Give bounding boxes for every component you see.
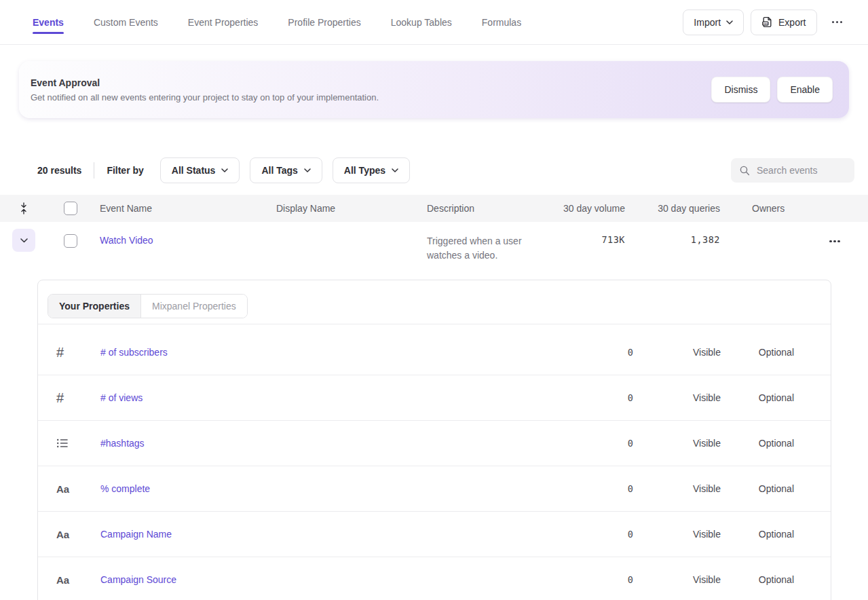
- queries-cell: 1,382: [625, 222, 720, 245]
- property-name-link[interactable]: # of subscribers: [100, 347, 168, 358]
- description-cell: Triggered when a user watches a video.: [420, 222, 550, 263]
- table-row: Watch Video Triggered when a user watche…: [0, 222, 868, 273]
- column-owners: Owners: [720, 203, 801, 214]
- tags-filter-dropdown[interactable]: All Tags: [250, 157, 322, 183]
- properties-tab-control: Your Properties Mixpanel Properties: [48, 294, 248, 318]
- property-requirement: Optional: [721, 392, 794, 403]
- property-name-link[interactable]: # of views: [100, 392, 143, 403]
- column-event-name: Event Name: [93, 203, 269, 214]
- search-input[interactable]: [757, 165, 845, 176]
- status-filter-dropdown[interactable]: All Status: [160, 157, 240, 183]
- lexicon-page: Events Custom Events Event Properties Pr…: [0, 0, 868, 600]
- import-label: Import: [694, 17, 721, 28]
- properties-list: # # of subscribers 0 Visible Optional # …: [38, 324, 831, 600]
- property-name-link[interactable]: #hashtags: [100, 438, 145, 449]
- tags-filter-label: All Tags: [261, 165, 297, 176]
- tab-events[interactable]: Events: [33, 0, 64, 44]
- event-approval-banner: Event Approval Get notified on all new e…: [19, 61, 849, 118]
- nav-actions: Import csv Export: [683, 10, 850, 35]
- status-filter-label: All Status: [172, 165, 216, 176]
- svg-text:csv: csv: [763, 22, 768, 25]
- property-row: Aa % complete 0 Visible Optional: [38, 466, 831, 512]
- property-visibility: Visible: [633, 438, 721, 449]
- tab-mixpanel-properties[interactable]: Mixpanel Properties: [141, 295, 247, 318]
- number-type-icon: #: [56, 345, 64, 360]
- property-name-link[interactable]: % complete: [100, 483, 150, 494]
- tab-lookup-tables[interactable]: Lookup Tables: [391, 0, 452, 44]
- types-filter-dropdown[interactable]: All Types: [333, 157, 410, 183]
- column-30-day-volume: 30 day volume: [550, 203, 625, 214]
- filter-bar: 20 results Filter by All Status All Tags…: [0, 157, 868, 183]
- property-visibility: Visible: [633, 574, 721, 585]
- list-type-icon: [56, 438, 69, 449]
- search-box: [731, 158, 854, 183]
- filter-by-label: Filter by: [107, 165, 143, 176]
- tab-event-properties[interactable]: Event Properties: [188, 0, 259, 44]
- property-name-link[interactable]: Campaign Name: [100, 529, 172, 540]
- property-name-link[interactable]: Campaign Source: [100, 574, 176, 585]
- owners-cell: [720, 222, 801, 234]
- event-name-link[interactable]: Watch Video: [100, 235, 153, 246]
- search-icon: [739, 165, 751, 176]
- property-value: 0: [565, 483, 633, 494]
- chevron-down-icon: [392, 168, 398, 172]
- property-requirement: Optional: [721, 347, 794, 358]
- banner-description: Get notified on all new events entering …: [31, 92, 379, 102]
- column-display-name: Display Name: [269, 203, 420, 214]
- property-row: Aa Campaign Source 0 Visible Optional: [38, 557, 831, 600]
- banner-actions: Dismiss Enable: [711, 77, 833, 102]
- property-value: 0: [565, 574, 633, 585]
- chevron-down-icon: [304, 168, 311, 172]
- csv-file-icon: csv: [761, 16, 773, 28]
- property-value: 0: [565, 392, 633, 403]
- property-row: #hashtags 0 Visible Optional: [38, 421, 831, 466]
- text-type-icon: Aa: [56, 483, 69, 495]
- nav-tabs: Events Custom Events Event Properties Pr…: [33, 0, 521, 44]
- banner-title: Event Approval: [31, 77, 379, 88]
- property-requirement: Optional: [721, 574, 794, 585]
- export-label: Export: [778, 17, 806, 28]
- tab-custom-events[interactable]: Custom Events: [94, 0, 158, 44]
- tab-profile-properties[interactable]: Profile Properties: [288, 0, 360, 44]
- chevron-down-icon: [20, 238, 28, 243]
- banner-text: Event Approval Get notified on all new e…: [31, 77, 379, 102]
- property-requirement: Optional: [721, 529, 794, 540]
- volume-cell: 713K: [550, 222, 625, 245]
- export-button[interactable]: csv Export: [751, 10, 816, 35]
- property-value: 0: [565, 529, 633, 540]
- enable-button[interactable]: Enable: [777, 77, 833, 102]
- more-menu-button[interactable]: [824, 10, 851, 35]
- top-nav: Events Custom Events Event Properties Pr…: [0, 0, 868, 45]
- text-type-icon: Aa: [56, 529, 69, 540]
- collapse-all-button[interactable]: [0, 202, 48, 214]
- dismiss-button[interactable]: Dismiss: [711, 77, 770, 102]
- display-name-cell: [269, 222, 420, 234]
- chevron-down-icon: [726, 20, 733, 24]
- more-icon: [829, 18, 846, 26]
- column-30-day-queries: 30 day queries: [625, 203, 720, 214]
- property-visibility: Visible: [633, 347, 721, 358]
- row-expand-button[interactable]: [12, 229, 35, 252]
- import-button[interactable]: Import: [683, 10, 744, 35]
- property-visibility: Visible: [633, 483, 721, 494]
- property-row: # # of views 0 Visible Optional: [38, 375, 831, 421]
- number-type-icon: #: [56, 390, 64, 406]
- tab-formulas[interactable]: Formulas: [482, 0, 521, 44]
- text-type-icon: Aa: [56, 574, 69, 586]
- types-filter-label: All Types: [344, 165, 385, 176]
- column-description: Description: [420, 203, 550, 214]
- table-header: Event Name Display Name Description 30 d…: [0, 195, 868, 222]
- row-more-icon[interactable]: [827, 238, 843, 246]
- property-row: # # of subscribers 0 Visible Optional: [38, 330, 831, 375]
- property-value: 0: [565, 438, 633, 449]
- select-all-checkbox[interactable]: [64, 202, 77, 215]
- tab-your-properties[interactable]: Your Properties: [48, 295, 141, 318]
- row-checkbox[interactable]: [64, 234, 77, 248]
- properties-panel: Your Properties Mixpanel Properties # # …: [37, 280, 831, 600]
- properties-tabs-row: Your Properties Mixpanel Properties: [38, 280, 831, 324]
- property-visibility: Visible: [633, 529, 721, 540]
- property-visibility: Visible: [633, 392, 721, 403]
- divider: [94, 162, 94, 179]
- results-count: 20 results: [37, 165, 81, 176]
- property-value: 0: [565, 347, 633, 358]
